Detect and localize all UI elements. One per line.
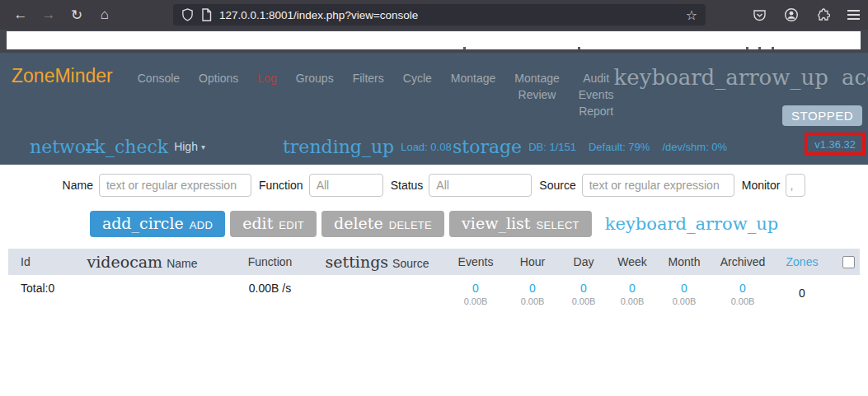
add-circle-icon: add_circle <box>102 214 184 232</box>
notification-strip-body <box>7 31 861 49</box>
select-all-checkbox[interactable] <box>842 256 855 268</box>
total-count: Total:0 <box>8 282 54 295</box>
edit-button[interactable]: edit EDIT <box>230 211 317 237</box>
reload-icon[interactable]: ↻ <box>63 7 91 24</box>
delete-button[interactable]: delete DELETE <box>321 211 444 237</box>
videocam-icon: videocam <box>87 253 162 271</box>
account-icon[interactable] <box>784 7 799 22</box>
monitor-label: Monitor <box>742 179 781 192</box>
strip-mark <box>746 47 748 49</box>
filter-name: Name <box>63 174 251 197</box>
header-events[interactable]: Events <box>445 255 506 268</box>
bandwidth-dropdown[interactable]: network_check High ▾ <box>30 132 205 161</box>
source-input[interactable] <box>582 174 734 197</box>
forward-icon[interactable]: → <box>35 7 63 23</box>
strip-mark <box>758 47 761 49</box>
pocket-icon[interactable] <box>753 8 767 22</box>
menu-item-filters[interactable]: Filters <box>353 66 384 86</box>
total-hour-count[interactable]: 0 <box>529 282 536 295</box>
action-button-row: add_circle ADD edit EDIT delete DELETE v… <box>0 211 868 237</box>
filter-source: Source <box>539 174 734 197</box>
console-content: Name Function Status Source Monitor <box>0 165 868 306</box>
total-archived-count[interactable]: 0 <box>739 282 746 295</box>
header-name[interactable]: videocamName <box>54 253 231 271</box>
bookmark-star-icon[interactable]: ☆ <box>686 7 697 23</box>
menu-item-options[interactable]: Options <box>199 66 238 86</box>
load-status[interactable]: trending_up Load: 0.08 <box>283 132 452 161</box>
total-week-count[interactable]: 0 <box>629 282 636 295</box>
edit-icon: edit <box>242 214 273 232</box>
total-events-count[interactable]: 0 <box>472 282 479 295</box>
total-archived: 0 0.00B <box>712 282 773 306</box>
default-storage-status[interactable]: Default: 79% <box>589 141 650 153</box>
total-archived-size: 0.00B <box>731 296 755 306</box>
menu-item-montage[interactable]: Montage <box>451 66 495 86</box>
menu-item-groups[interactable]: Groups <box>296 66 334 86</box>
total-zones: 0 <box>773 282 831 300</box>
storage-status[interactable]: storage DB: 1/151 Default: 79% /dev/shm:… <box>453 132 727 161</box>
collapse-toolbar-icon[interactable]: keyboard_arrow_up <box>605 214 778 234</box>
header-month[interactable]: Month <box>656 255 712 268</box>
zoneminder-navbar: ZoneMinder Console Options Log Groups Fi… <box>0 53 868 165</box>
notification-strip <box>0 30 868 53</box>
name-input[interactable] <box>99 174 251 197</box>
total-day-size: 0.00B <box>572 296 596 306</box>
caret-down-icon: ▾ <box>201 142 205 151</box>
header-hour[interactable]: Hour <box>506 255 559 268</box>
filter-function: Function <box>259 174 383 197</box>
view-list-icon: view_list <box>462 214 530 232</box>
header-source[interactable]: settingsSource <box>309 253 445 271</box>
account-circle-icon[interactable]: account_circle <box>842 66 868 89</box>
extensions-icon[interactable] <box>816 8 830 22</box>
url-text: 127.0.0.1:8001/index.php?view=console <box>219 9 679 21</box>
monitor-input[interactable] <box>786 174 805 197</box>
header-zones[interactable]: Zones <box>773 255 831 268</box>
header-archived[interactable]: Archived <box>712 255 773 268</box>
status-input[interactable] <box>429 174 532 197</box>
total-month-size: 0.00B <box>673 296 697 306</box>
url-bar[interactable]: 127.0.0.1:8001/index.php?view=console ☆ <box>173 4 706 26</box>
header-week[interactable]: Week <box>608 255 656 268</box>
db-status[interactable]: DB: 1/151 <box>528 141 576 153</box>
header-id[interactable]: Id <box>8 255 54 268</box>
function-label: Function <box>259 179 303 192</box>
totals-row: Total:0 0.00B /s 0 0.00B 0 0.00B 0 0.00B… <box>8 275 860 306</box>
function-input[interactable] <box>309 174 383 197</box>
menu-item-audit-events-report[interactable]: Audit Events Report <box>579 66 614 119</box>
name-label: Name <box>63 179 93 192</box>
header-function[interactable]: Function <box>231 255 309 268</box>
total-events: 0 0.00B <box>445 282 506 306</box>
collapse-header-icon[interactable]: keyboard_arrow_up <box>614 66 828 89</box>
header-source-label: Source <box>392 257 429 270</box>
version-link[interactable]: v1.36.32 <box>814 138 856 151</box>
strip-mark <box>578 47 580 49</box>
menu-item-montage-review[interactable]: Montage Review <box>514 66 559 103</box>
load-value: Load: 0.08 <box>401 141 451 153</box>
trending-up-icon: trending_up <box>283 137 394 157</box>
total-hour: 0 0.00B <box>506 282 559 306</box>
total-month-count[interactable]: 0 <box>681 282 687 295</box>
total-day-count[interactable]: 0 <box>580 282 587 295</box>
header-name-label: Name <box>167 257 197 270</box>
home-icon[interactable]: ⌂ <box>91 7 119 23</box>
page-info-icon[interactable] <box>201 8 212 21</box>
account-block: account_circle admin <box>842 66 868 101</box>
brand-logo[interactable]: ZoneMinder <box>12 66 113 86</box>
select-button[interactable]: view_list SELECT <box>449 211 592 237</box>
daemon-state-button[interactable]: STOPPED <box>782 105 862 126</box>
total-week-size: 0.00B <box>621 296 645 306</box>
total-day: 0 0.00B <box>559 282 608 306</box>
storage-icon: storage <box>453 137 522 157</box>
menu-icon[interactable] <box>847 14 860 16</box>
toolbar-right-icons <box>753 7 861 22</box>
shm-status[interactable]: /dev/shm: 0% <box>662 141 727 153</box>
header-day[interactable]: Day <box>559 255 608 268</box>
menu-item-log[interactable]: Log <box>257 66 276 86</box>
filter-status: Status <box>391 174 533 197</box>
add-button[interactable]: add_circle ADD <box>90 211 225 237</box>
back-icon[interactable]: ← <box>7 7 35 23</box>
total-events-size: 0.00B <box>464 296 488 306</box>
menu-item-console[interactable]: Console <box>138 66 180 86</box>
total-hour-size: 0.00B <box>521 296 545 306</box>
menu-item-cycle[interactable]: Cycle <box>403 66 432 86</box>
